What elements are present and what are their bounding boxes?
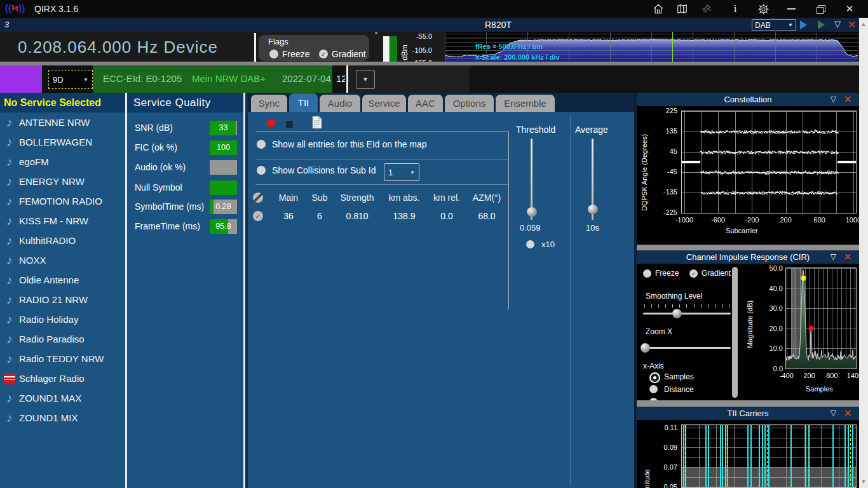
table-header[interactable]: km abs. (386, 193, 422, 203)
level-meter-right (390, 36, 397, 62)
service-item[interactable]: ♪ZOUND1 MIX (0, 408, 125, 428)
stop-close-icon[interactable]: ✕ (848, 19, 856, 30)
smoothing-slider[interactable] (643, 313, 731, 315)
table-cell: 0.0 (431, 211, 463, 221)
service-item[interactable]: Schlager Radio (0, 369, 125, 388)
schlager-logo-icon (4, 373, 15, 384)
stop-icon[interactable] (285, 120, 294, 128)
service-item[interactable]: ♪NOXX (0, 250, 125, 270)
minimize-button[interactable] (783, 1, 799, 17)
play-green-button[interactable] (818, 20, 825, 29)
scroll-up-icon[interactable]: ▲ (859, 19, 868, 29)
tab-audio[interactable]: Audio (320, 95, 360, 112)
tab-ensemble[interactable]: Ensemble (496, 95, 555, 112)
service-item[interactable]: ♪Oldie Antenne (0, 270, 125, 290)
panel-separator (637, 245, 859, 250)
home-icon[interactable] (650, 1, 667, 17)
collapse-triangle-icon[interactable]: ▽ (831, 252, 836, 261)
groupbox-top-border (255, 132, 508, 132)
tab-service[interactable]: Service (362, 95, 406, 112)
service-list: ♪ANTENNE NRW♪BOLLERWAGEN♪egoFM♪ENERGY NR… (0, 112, 125, 428)
service-item[interactable]: ♪Radio TEDDY NRW (0, 349, 125, 369)
subid-select[interactable]: 1 ▼ (384, 163, 419, 181)
service-item[interactable]: ♪KISS FM - NRW (0, 211, 125, 231)
service-item[interactable]: ♪KulthitRADIO (0, 231, 125, 250)
cir-scrollbar[interactable] (732, 267, 738, 398)
tick-label: 40.0 (757, 285, 783, 292)
collapse-triangle-icon[interactable]: ▽ (831, 409, 836, 417)
row-check-icon[interactable]: ✓ (253, 211, 263, 221)
music-note-icon: ♪ (0, 215, 19, 227)
tab-options[interactable]: Options (445, 95, 494, 112)
info-icon[interactable]: i (727, 1, 743, 17)
constellation-plot[interactable] (681, 111, 857, 214)
service-item[interactable]: ♪BOLLERWAGEN (0, 132, 125, 152)
service-label: Oldie Antenne (19, 274, 79, 285)
table-header[interactable]: Strength (337, 193, 377, 203)
window-scrollbar[interactable]: ▲ ▼ (859, 18, 868, 488)
cir-gradient-radio[interactable]: ✓ (689, 269, 698, 278)
xaxis-samples-radio[interactable] (649, 372, 660, 383)
smoothing-slider-knob[interactable] (672, 309, 682, 318)
service-label: Radio Paradiso (19, 334, 85, 344)
freeze-radio[interactable] (269, 50, 278, 58)
mute-color-block[interactable] (0, 65, 42, 93)
service-item[interactable]: ♪ANTENNE NRW (0, 112, 125, 132)
close-panel-icon[interactable]: ✕ (844, 252, 851, 262)
quality-row: FIC (ok %)100 (127, 140, 243, 156)
collapse-triangle-icon[interactable]: ▽ (831, 95, 836, 104)
play-blue-button[interactable] (800, 20, 807, 29)
tab-aac[interactable]: AAC (408, 95, 443, 112)
service-item[interactable]: ♪ZOUND1 MAX (0, 388, 125, 408)
table-header[interactable]: Main (275, 193, 302, 203)
zoom-x-slider[interactable] (643, 347, 731, 349)
threshold-slider-knob[interactable] (527, 207, 537, 217)
collapse-triangle-icon[interactable]: ▽ (834, 19, 841, 29)
service-item[interactable]: ♪Radio Paradiso (0, 329, 125, 349)
maximize-button[interactable] (812, 1, 829, 17)
db-scale-tick: -105.0 (400, 46, 432, 54)
gradient-radio[interactable]: ✓ (319, 50, 328, 58)
table-header[interactable]: Sub (308, 193, 331, 203)
service-item[interactable]: ♪RADIO 21 NRW (0, 290, 125, 309)
cir-title: Channel Impulse Response (CIR) (686, 252, 810, 262)
record-icon[interactable] (267, 119, 275, 127)
tick-label: 135 (652, 127, 677, 135)
document-icon[interactable] (312, 116, 322, 129)
frequency-display[interactable]: 0.208.064.000 Hz Device (18, 37, 218, 57)
constellation-xlabel: Subcarrier (726, 227, 758, 234)
tab-sync[interactable]: Sync (251, 95, 287, 112)
cir-freeze-radio[interactable] (643, 269, 651, 278)
table-header[interactable]: km rel. (431, 193, 463, 203)
average-slider-knob[interactable] (588, 205, 598, 214)
service-item[interactable]: ♪FEMOTION RADIO (0, 191, 125, 211)
table-header[interactable]: AZM(°) (469, 193, 505, 203)
no-service-selected-label: No Service Selected (0, 97, 101, 109)
x10-radio[interactable] (526, 240, 534, 248)
show-collisions-radio[interactable] (257, 166, 266, 175)
xaxis-distance-radio[interactable] (649, 385, 658, 393)
ensemble-dropdown-button[interactable]: ▼ (356, 70, 375, 89)
close-panel-icon[interactable]: ✕ (844, 94, 851, 104)
zoom-x-slider-knob[interactable] (641, 343, 650, 353)
satellite-icon[interactable] (699, 1, 715, 17)
scroll-down-icon[interactable]: ▼ (859, 477, 868, 487)
table-cell: 138.9 (386, 211, 422, 221)
tick-label: 600 (806, 216, 834, 224)
service-item[interactable]: ♪egoFM (0, 152, 125, 172)
tii-carriers-plot[interactable] (681, 424, 857, 488)
map-icon[interactable] (674, 1, 690, 17)
tab-tii[interactable]: TII (289, 93, 318, 112)
cir-plot[interactable] (785, 268, 857, 369)
settings-gear-icon[interactable] (755, 1, 771, 17)
service-item[interactable]: ♪ENERGY NRW (0, 172, 125, 191)
mode-select[interactable]: DAB ▼ (752, 19, 796, 31)
close-panel-icon[interactable]: ✕ (844, 408, 851, 418)
quality-label: SymbolTime (ms) (135, 201, 204, 212)
channel-select[interactable]: 9D ▼ (48, 70, 93, 89)
check-all-icon[interactable] (253, 193, 263, 203)
service-item[interactable]: ♪Radio Holiday (0, 309, 125, 329)
threshold-value: 0.059 (520, 223, 541, 233)
close-button[interactable]: ✕ (841, 1, 858, 17)
show-all-entries-radio[interactable] (257, 140, 266, 149)
